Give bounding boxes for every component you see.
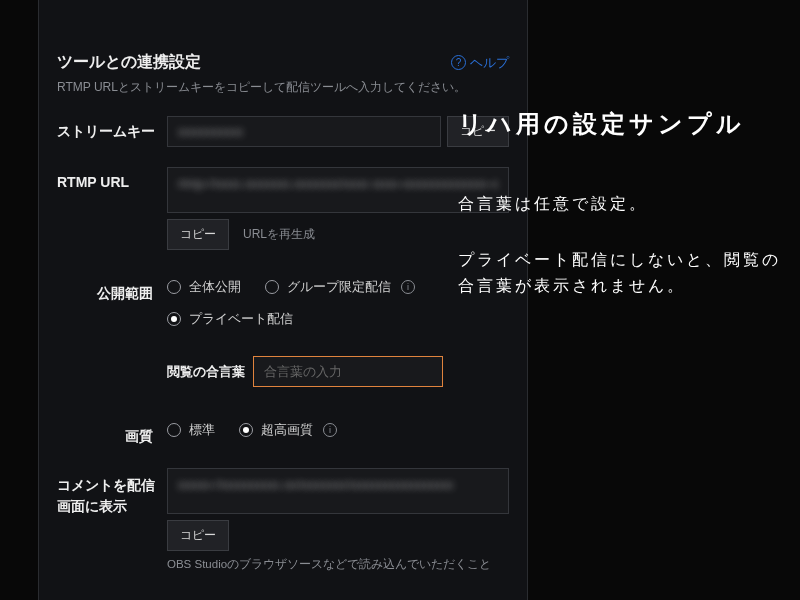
comment-overlay-url-field[interactable]: xxxxx://xxxxxxxxx.xx/xxxxxxx/xxxxxxxxxxx… [167,468,509,514]
quality-radio-ultra[interactable]: 超高画質 i [239,421,337,439]
visibility-label: 公開範囲 [57,278,167,303]
password-input[interactable] [253,356,443,387]
visibility-radio-private[interactable]: プライベート配信 [167,310,293,328]
quality-radio-standard[interactable]: 標準 [167,421,215,439]
radio-dot-icon [167,280,181,294]
visibility-private-label: プライベート配信 [189,310,293,328]
stream-key-field[interactable]: xxxxxxxxxx [167,116,441,147]
section-title: ツールとの連携設定 [57,52,201,73]
quality-label: 画質 [57,421,167,446]
copy-rtmp-url-button[interactable]: コピー [167,219,229,250]
rtmp-url-field[interactable]: rtmp://xxxx.xxxxxxx.xxxxxxx/xxxx xxxx-xx… [167,167,509,213]
regenerate-url-link[interactable]: URLを再生成 [235,219,315,250]
help-label: ヘルプ [470,54,509,72]
quality-ultra-label: 超高画質 [261,421,313,439]
help-icon: ? [451,55,466,70]
comment-overlay-footnote: OBS Studioのブラウザソースなどで読み込んでいただくこと [167,557,509,572]
radio-dot-icon [167,423,181,437]
quality-standard-label: 標準 [189,421,215,439]
radio-dot-icon [265,280,279,294]
radio-dot-icon [239,423,253,437]
rtmp-url-label: RTMP URL [57,167,167,190]
visibility-group-label: グループ限定配信 [287,278,391,296]
visibility-radio-public[interactable]: 全体公開 [167,278,241,296]
visibility-radio-group[interactable]: グループ限定配信 i [265,278,415,296]
comment-overlay-label: コメントを配信画面に表示 [57,468,167,517]
info-icon[interactable]: i [323,423,337,437]
info-icon[interactable]: i [401,280,415,294]
stream-key-label: ストリームキー [57,116,167,141]
help-link[interactable]: ? ヘルプ [451,54,509,72]
password-label: 閲覧の合言葉 [167,363,245,381]
section-description: RTMP URLとストリームキーをコピーして配信ツールへ入力してください。 [57,79,509,96]
copy-stream-key-button[interactable]: コピー [447,116,509,147]
radio-dot-icon [167,312,181,326]
visibility-public-label: 全体公開 [189,278,241,296]
copy-comment-url-button[interactable]: コピー [167,520,229,551]
